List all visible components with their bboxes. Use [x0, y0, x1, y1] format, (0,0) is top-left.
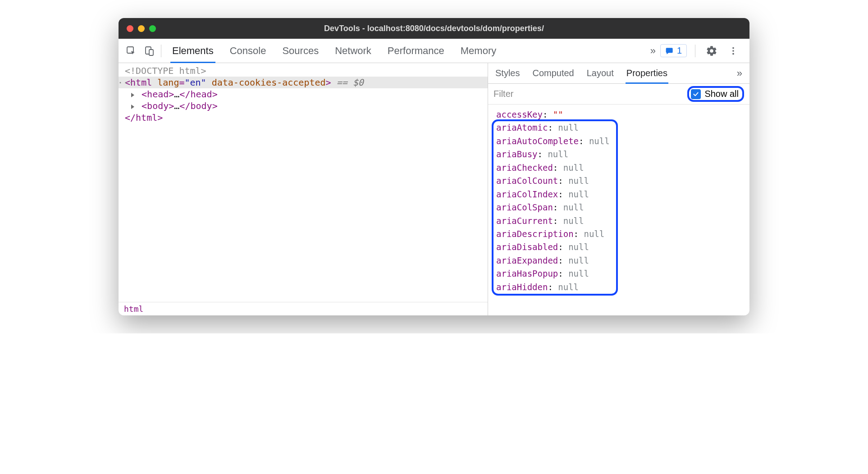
- issues-count: 1: [677, 46, 682, 56]
- kebab-menu-icon[interactable]: [725, 43, 741, 59]
- toolbar-separator: [161, 45, 161, 57]
- property-row[interactable]: ariaDisabled: null: [496, 241, 749, 254]
- property-row[interactable]: ariaColCount: null: [496, 174, 749, 187]
- crumb-html[interactable]: html: [124, 304, 143, 314]
- tab-sources[interactable]: Sources: [282, 39, 319, 63]
- property-row[interactable]: ariaAtomic: null: [496, 121, 749, 134]
- show-all-label: Show all: [704, 89, 739, 99]
- elements-panel: <!DOCTYPE html> ··· <html lang="en" data…: [119, 63, 488, 315]
- property-row[interactable]: ariaBusy: null: [496, 148, 749, 161]
- settings-icon[interactable]: [704, 43, 720, 59]
- subtab-properties[interactable]: Properties: [626, 63, 667, 83]
- show-all-highlight: Show all: [687, 86, 744, 102]
- subtab-layout[interactable]: Layout: [587, 63, 614, 83]
- breadcrumb[interactable]: html: [119, 302, 488, 315]
- expand-icon[interactable]: [131, 105, 134, 109]
- window-title: DevTools - localhost:8080/docs/devtools/…: [119, 24, 749, 33]
- titlebar: DevTools - localhost:8080/docs/devtools/…: [119, 18, 749, 39]
- tab-performance[interactable]: Performance: [388, 39, 444, 63]
- device-toolbar-icon[interactable]: [140, 42, 158, 60]
- property-row[interactable]: ariaExpanded: null: [496, 254, 749, 267]
- tab-console[interactable]: Console: [230, 39, 266, 63]
- dom-html-open[interactable]: ··· <html lang="en" data-cookies-accepte…: [119, 77, 488, 88]
- check-icon: [692, 91, 699, 98]
- dom-tree[interactable]: <!DOCTYPE html> ··· <html lang="en" data…: [119, 63, 488, 302]
- issues-icon: [665, 46, 674, 55]
- maximize-window-button[interactable]: [149, 25, 156, 32]
- svg-rect-2: [149, 50, 153, 55]
- sidebar-tabs: StylesComputedLayoutProperties»: [488, 63, 749, 84]
- property-row[interactable]: ariaColIndex: null: [496, 188, 749, 201]
- dom-html-close[interactable]: </html>: [119, 112, 488, 123]
- close-window-button[interactable]: [127, 25, 133, 32]
- property-row[interactable]: ariaDescription: null: [496, 228, 749, 241]
- show-all-checkbox[interactable]: [691, 89, 701, 99]
- svg-point-3: [732, 47, 734, 49]
- property-row[interactable]: ariaHidden: null: [496, 281, 749, 294]
- dom-head[interactable]: <head>…</head>: [119, 88, 488, 100]
- panel-tabs: ElementsConsoleSourcesNetworkPerformance…: [172, 39, 646, 63]
- issues-badge[interactable]: 1: [660, 44, 687, 57]
- property-row[interactable]: ariaColSpan: null: [496, 201, 749, 214]
- subtab-styles[interactable]: Styles: [495, 63, 520, 83]
- svg-point-5: [732, 53, 734, 55]
- tab-elements[interactable]: Elements: [172, 39, 214, 63]
- subtab-computed[interactable]: Computed: [532, 63, 574, 83]
- filter-input[interactable]: [493, 89, 683, 99]
- filter-bar: Show all: [488, 84, 749, 105]
- tab-network[interactable]: Network: [335, 39, 371, 63]
- toolbar-right: 1: [660, 43, 746, 59]
- more-tabs-icon[interactable]: »: [646, 45, 660, 57]
- properties-list[interactable]: accessKey: ""ariaAtomic: nullariaAutoCom…: [488, 105, 749, 315]
- svg-point-4: [732, 50, 734, 52]
- inspect-element-icon[interactable]: [122, 42, 140, 60]
- main-toolbar: ElementsConsoleSourcesNetworkPerformance…: [119, 39, 749, 63]
- devtools-body: <!DOCTYPE html> ··· <html lang="en" data…: [119, 63, 749, 315]
- toolbar-separator: [695, 45, 695, 57]
- property-row[interactable]: accessKey: "": [496, 108, 749, 121]
- dom-body[interactable]: <body>…</body>: [119, 100, 488, 112]
- traffic-lights: [127, 25, 156, 32]
- property-row[interactable]: ariaChecked: null: [496, 161, 749, 174]
- sidebar-panel: StylesComputedLayoutProperties» Show all…: [488, 63, 749, 315]
- expand-icon[interactable]: [131, 93, 134, 97]
- devtools-window: DevTools - localhost:8080/docs/devtools/…: [119, 18, 749, 315]
- property-row[interactable]: ariaCurrent: null: [496, 214, 749, 228]
- tab-memory[interactable]: Memory: [461, 39, 496, 63]
- more-subtabs-icon[interactable]: »: [737, 68, 742, 79]
- property-row[interactable]: ariaHasPopup: null: [496, 267, 749, 280]
- dom-doctype[interactable]: <!DOCTYPE html>: [119, 65, 488, 77]
- minimize-window-button[interactable]: [138, 25, 145, 32]
- property-row[interactable]: ariaAutoComplete: null: [496, 135, 749, 148]
